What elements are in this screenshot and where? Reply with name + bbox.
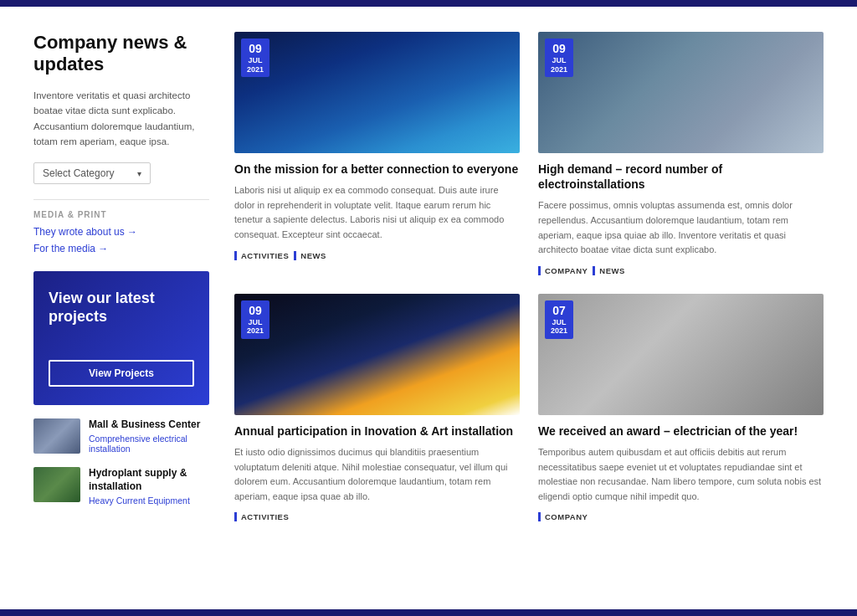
date-day: 09	[247, 304, 264, 318]
view-projects-button[interactable]: View Projects	[49, 360, 194, 387]
project-title: Hydroplant supply & installation	[89, 467, 209, 493]
tag-company-1: COMPANY	[538, 266, 588, 275]
date-year: 2021	[247, 326, 264, 336]
news-image-wrap-1: 09 JUL 2021	[538, 32, 824, 153]
news-title-2[interactable]: Annual participation in Inovation & Art …	[234, 424, 520, 439]
tag-activities-2: ACTIVITIES	[234, 512, 289, 521]
category-select[interactable]: Select Category ▾	[33, 162, 151, 184]
news-image-handshake	[538, 294, 824, 415]
project-items: Mall & Business Center Comprehensive ele…	[33, 418, 209, 505]
news-tags-3: COMPANY	[538, 512, 824, 521]
news-card-2: 09 JUL 2021 Annual participation in Inov…	[234, 294, 520, 522]
tag-activities-0: ACTIVITIES	[234, 251, 289, 260]
news-image-cables	[234, 32, 520, 153]
date-badge-3: 07 JUL 2021	[545, 300, 573, 339]
project-subtitle: Heavy Current Equipment	[89, 495, 209, 506]
sidebar: Company news & updates Inventore veritat…	[33, 32, 209, 521]
project-subtitle: Comprehensive electrical installation	[89, 434, 209, 454]
layout: Company news & updates Inventore veritat…	[33, 32, 824, 521]
project-thumb-hydro	[33, 467, 80, 502]
project-item-info: Hydroplant supply & installation Heavy C…	[89, 467, 209, 505]
list-item[interactable]: Mall & Business Center Comprehensive ele…	[33, 418, 209, 454]
news-title-3[interactable]: We received an award – electrician of th…	[538, 424, 824, 439]
for-media-link[interactable]: For the media →	[33, 243, 209, 254]
date-day: 07	[551, 304, 567, 318]
news-title-0[interactable]: On the mission for a better connection t…	[234, 162, 520, 177]
news-card-3: 07 JUL 2021 We received an award – elect…	[538, 294, 824, 522]
list-item[interactable]: Hydroplant supply & installation Heavy C…	[33, 467, 209, 505]
date-month: JUL	[247, 318, 264, 327]
date-month: JUL	[551, 56, 567, 65]
news-tags-2: ACTIVITIES	[234, 512, 520, 521]
date-year: 2021	[551, 326, 567, 336]
tag-news-0: NEWS	[294, 251, 326, 260]
news-image-wrap-2: 09 JUL 2021	[234, 294, 520, 415]
date-month: JUL	[551, 318, 567, 327]
projects-banner-title: View our latest projects	[49, 290, 194, 326]
date-badge-1: 09 JUL 2021	[545, 38, 573, 77]
divider-1	[33, 199, 209, 200]
news-title-1[interactable]: High demand – record number of electroin…	[538, 162, 824, 192]
media-section-label: MEDIA & PRINT	[33, 210, 209, 219]
page-title: Company news & updates	[33, 32, 209, 76]
date-year: 2021	[551, 65, 567, 74]
date-day: 09	[551, 42, 567, 56]
intro-text: Inventore veritatis et quasi architecto …	[33, 88, 209, 150]
news-card-0: 09 JUL 2021 On the mission for a better …	[234, 32, 520, 275]
projects-banner: View our latest projects View Projects	[33, 271, 209, 405]
project-title: Mall & Business Center	[89, 418, 209, 432]
news-grid: 09 JUL 2021 On the mission for a better …	[234, 32, 824, 521]
news-body-2: Et iusto odio dignissimos ducimus qui bl…	[234, 445, 520, 504]
category-select-label: Select Category	[43, 167, 114, 179]
news-body-3: Temporibus autem quibusdam et aut offici…	[538, 445, 824, 504]
chevron-down-icon: ▾	[137, 169, 141, 178]
page-wrapper: Company news & updates Inventore veritat…	[0, 0, 857, 616]
project-item-info: Mall & Business Center Comprehensive ele…	[89, 418, 209, 454]
news-image-wrap-0: 09 JUL 2021	[234, 32, 520, 153]
news-image-worker	[538, 32, 824, 153]
news-body-1: Facere possimus, omnis voluptas assumend…	[538, 198, 824, 257]
date-day: 09	[247, 42, 264, 56]
news-card-1: 09 JUL 2021 High demand – record number …	[538, 32, 824, 275]
main-content: 09 JUL 2021 On the mission for a better …	[234, 32, 824, 521]
news-image-wrap-3: 07 JUL 2021	[538, 294, 824, 415]
date-badge-2: 09 JUL 2021	[241, 300, 269, 339]
date-month: JUL	[247, 56, 264, 65]
date-year: 2021	[247, 65, 264, 74]
news-body-0: Laboris nisi ut aliquip ex ea commodo co…	[234, 183, 520, 242]
date-badge-0: 09 JUL 2021	[241, 38, 269, 77]
tag-news-1: NEWS	[593, 266, 625, 275]
they-wrote-link[interactable]: They wrote about us →	[33, 226, 209, 238]
news-tags-1: COMPANY NEWS	[538, 266, 824, 275]
news-tags-0: ACTIVITIES NEWS	[234, 251, 520, 260]
tag-company-3: COMPANY	[538, 512, 588, 521]
news-image-lightning	[234, 294, 520, 415]
project-thumb-mall	[33, 418, 80, 454]
